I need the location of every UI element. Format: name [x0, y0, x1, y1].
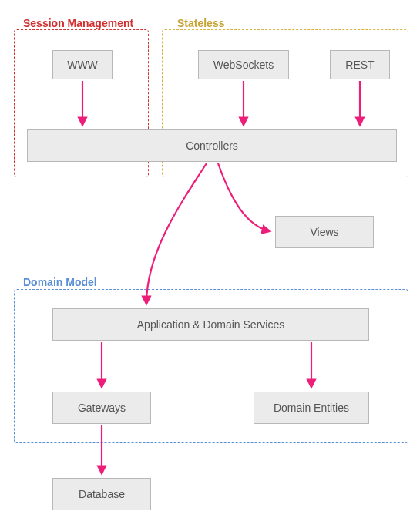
node-www: WWW	[52, 50, 113, 79]
node-entities-label: Domain Entities	[274, 402, 349, 414]
node-views-label: Views	[310, 226, 338, 238]
node-gateways-label: Gateways	[78, 402, 126, 414]
node-controllers: Controllers	[27, 129, 397, 162]
node-websockets-label: WebSockets	[213, 59, 274, 71]
group-domain-model-label: Domain Model	[22, 276, 99, 288]
node-gateways: Gateways	[52, 392, 151, 424]
group-session-management-label: Session Management	[22, 17, 135, 29]
node-rest-label: REST	[345, 59, 374, 71]
node-controllers-label: Controllers	[186, 140, 238, 152]
node-database-label: Database	[79, 488, 125, 500]
node-www-label: WWW	[67, 59, 98, 71]
node-entities: Domain Entities	[254, 392, 369, 424]
node-views: Views	[275, 216, 374, 248]
group-stateless-label: Stateless	[176, 17, 226, 29]
diagram-canvas: Session Management Stateless Domain Mode…	[0, 0, 420, 528]
node-services: Application & Domain Services	[52, 308, 369, 341]
node-services-label: Application & Domain Services	[137, 318, 284, 331]
arrow-controllers-services	[146, 163, 207, 304]
node-database: Database	[52, 478, 151, 510]
node-websockets: WebSockets	[198, 50, 289, 79]
node-rest: REST	[330, 50, 390, 79]
